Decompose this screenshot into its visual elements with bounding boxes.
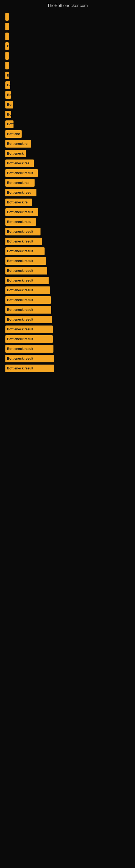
result-label: Bottlene <box>7 132 20 136</box>
result-bar: Bottleneck result <box>5 316 52 323</box>
result-item: Bottlene <box>5 130 130 138</box>
result-label: Bottleneck result <box>7 279 33 282</box>
result-label: Bottleneck result <box>7 298 33 302</box>
result-item: Bottleneck result <box>5 247 130 255</box>
result-bar: Bottleneck re <box>5 198 32 206</box>
result-bar: Bottleneck result <box>5 355 54 362</box>
result-bar: Bottleneck result <box>5 257 46 265</box>
result-bar <box>5 13 9 21</box>
result-label: Bottleneck result <box>7 328 33 331</box>
result-item: Bottleneck resu <box>5 218 130 226</box>
result-bar: Bottleneck result <box>5 296 51 304</box>
result-label: Bott <box>7 122 13 126</box>
result-item: Bottleneck result <box>5 228 130 236</box>
result-item <box>5 23 130 30</box>
result-bar: Bottleneck result <box>5 335 53 343</box>
result-bar: Bott <box>5 101 13 108</box>
result-item: Bottleneck res <box>5 159 130 167</box>
result-bar <box>5 52 9 60</box>
result-item: Bottleneck result <box>5 267 130 275</box>
result-bar: Bottleneck <box>5 150 26 157</box>
result-item <box>5 52 130 60</box>
result-item: Bo <box>5 91 130 99</box>
result-item: B <box>5 42 130 50</box>
result-label: Bo <box>7 83 10 87</box>
result-bar: Bott <box>5 120 13 128</box>
result-bar: Bottleneck result <box>5 247 45 255</box>
result-item <box>5 13 130 21</box>
result-bar: Bottleneck res <box>5 179 35 187</box>
result-bar: Bottleneck result <box>5 208 38 216</box>
result-bar: Bottleneck result <box>5 228 41 236</box>
result-item: Bottleneck res <box>5 179 130 187</box>
result-bar: Bottleneck res <box>5 159 34 167</box>
result-label: Bottleneck result <box>7 347 33 351</box>
result-bar: Bo <box>5 91 11 99</box>
results-container: BBBoBoBottBoBottBottleneBottleneck reBot… <box>0 10 135 377</box>
result-label: Bottleneck resu <box>7 191 31 194</box>
result-label: Bottleneck result <box>7 337 33 341</box>
result-label: B <box>7 73 9 77</box>
result-item: Bottleneck result <box>5 286 130 294</box>
result-bar: Bottleneck resu <box>5 189 37 196</box>
result-label: Bottleneck res <box>7 181 30 185</box>
result-label: Bottleneck result <box>7 171 33 175</box>
result-label: Bottleneck result <box>7 357 33 361</box>
result-item: Bott <box>5 120 130 128</box>
result-item <box>5 33 130 40</box>
result-item: Bo <box>5 82 130 89</box>
result-bar: Bottleneck result <box>5 306 51 314</box>
result-bar <box>5 62 9 69</box>
result-item: Bottleneck result <box>5 296 130 304</box>
result-label: B <box>7 44 9 48</box>
result-item: Bo <box>5 111 130 118</box>
result-item: Bott <box>5 101 130 108</box>
result-item: Bottleneck result <box>5 257 130 265</box>
result-item: Bottleneck <box>5 150 130 157</box>
result-label: Bottleneck result <box>7 269 33 273</box>
result-label: Bottleneck result <box>7 259 33 263</box>
result-label: Bottleneck result <box>7 240 33 243</box>
result-item: Bottleneck re <box>5 198 130 206</box>
result-label: Bottleneck result <box>7 230 33 234</box>
result-bar: Bottleneck result <box>5 286 50 294</box>
site-title-container: TheBottlenecker.com <box>0 0 135 10</box>
result-bar: Bo <box>5 111 11 118</box>
site-title: TheBottlenecker.com <box>0 0 135 10</box>
result-item: Bottleneck re <box>5 140 130 148</box>
result-label: Bottleneck res <box>7 161 30 165</box>
result-label: Bottleneck resu <box>7 220 31 224</box>
result-label: Bottleneck result <box>7 367 33 370</box>
result-bar <box>5 33 9 40</box>
result-item: Bottleneck result <box>5 335 130 343</box>
result-bar: Bottleneck re <box>5 140 31 148</box>
result-item: Bottleneck result <box>5 345 130 352</box>
result-label: Bottleneck result <box>7 249 33 253</box>
result-bar: Bottleneck result <box>5 238 42 245</box>
result-label: Bo <box>7 93 11 97</box>
result-item: Bottleneck result <box>5 238 130 245</box>
result-label: Bottleneck result <box>7 318 33 321</box>
result-bar: B <box>5 72 9 79</box>
result-item <box>5 62 130 69</box>
result-item: Bottleneck result <box>5 365 130 372</box>
result-bar: Bottleneck result <box>5 277 49 284</box>
result-label: Bottleneck result <box>7 308 33 312</box>
result-item: Bottleneck resu <box>5 189 130 196</box>
result-item: Bottleneck result <box>5 355 130 362</box>
result-bar: Bottleneck result <box>5 169 38 177</box>
result-label: Bottleneck re <box>7 200 28 204</box>
result-item: Bottleneck result <box>5 277 130 284</box>
result-label: Bottleneck <box>7 152 24 155</box>
result-label: Bottleneck re <box>7 142 28 146</box>
result-bar: Bottleneck result <box>5 326 53 333</box>
result-item: B <box>5 72 130 79</box>
result-item: Bottleneck result <box>5 316 130 323</box>
result-label: Bott <box>7 103 13 106</box>
result-item: Bottleneck result <box>5 169 130 177</box>
result-bar: Bottleneck result <box>5 345 53 352</box>
result-item: Bottleneck result <box>5 306 130 314</box>
result-bar: Bo <box>5 82 10 89</box>
result-bar: Bottlene <box>5 130 21 138</box>
result-bar: Bottleneck result <box>5 267 47 275</box>
